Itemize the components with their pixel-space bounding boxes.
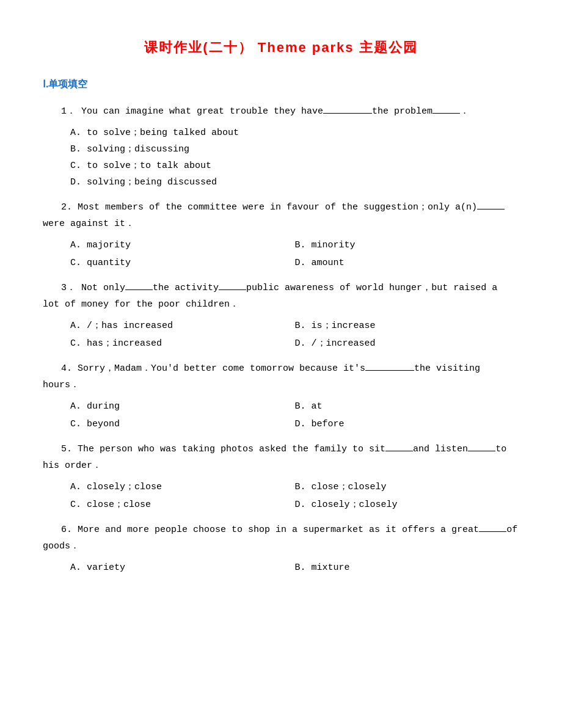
q3-number: 3． bbox=[61, 283, 76, 293]
option-item: D. /；increased bbox=[295, 335, 520, 352]
option-item: B. minority bbox=[295, 237, 520, 253]
question-4-text: 4. Sorry，Madam．You'd better come tomorro… bbox=[43, 360, 519, 393]
q4-body: Sorry，Madam．You'd better come tomorrow b… bbox=[43, 363, 480, 390]
q2-options: A. majority B. minority C. quantity D. a… bbox=[70, 237, 519, 271]
question-5-text: 5. The person who was taking photos aske… bbox=[43, 441, 519, 474]
option-item: C. quantity bbox=[70, 255, 295, 271]
option-item: C. has；increased bbox=[70, 335, 295, 352]
question-2: 2. Most members of the committee were in… bbox=[43, 199, 519, 271]
q3-options: A. /；has increased B. is；increase C. has… bbox=[70, 318, 519, 352]
q6-options: A. variety B. mixture bbox=[70, 559, 519, 576]
q2-body: Most members of the committee were in fa… bbox=[43, 202, 505, 229]
q1-number: 1． bbox=[61, 106, 76, 117]
q2-number: 2. bbox=[61, 202, 78, 213]
option-item: D. amount bbox=[295, 255, 520, 271]
option-item: C. close；close bbox=[70, 497, 295, 513]
q4-options: A. during B. at C. beyond D. before bbox=[70, 398, 519, 432]
question-1-text: 1． You can imagine what great trouble th… bbox=[43, 103, 519, 120]
option-item: B. is；increase bbox=[295, 318, 520, 334]
question-6: 6. More and more people choose to shop i… bbox=[43, 522, 519, 576]
option-item: A. /；has increased bbox=[70, 318, 295, 334]
question-6-text: 6. More and more people choose to shop i… bbox=[43, 522, 519, 555]
question-3-text: 3． Not onlythe activitypublic awareness … bbox=[43, 280, 519, 313]
q5-options: A. closely；close B. close；closely C. clo… bbox=[70, 479, 519, 513]
option-item: D. before bbox=[295, 416, 520, 432]
q4-number: 4. bbox=[61, 363, 78, 374]
option-item: A. closely；close bbox=[70, 479, 295, 495]
section1-title: Ⅰ.单项填空 bbox=[43, 76, 519, 92]
option-item: C. to solve；to talk about bbox=[70, 158, 519, 174]
option-item: D. solving；being discussed bbox=[70, 174, 519, 191]
page-title: 课时作业(二十） Theme parks 主题公园 bbox=[43, 37, 519, 58]
question-1: 1． You can imagine what great trouble th… bbox=[43, 103, 519, 191]
option-item: C. beyond bbox=[70, 416, 295, 432]
option-item: A. to solve；being talked about bbox=[70, 125, 519, 141]
question-2-text: 2. Most members of the committee were in… bbox=[43, 199, 519, 232]
question-4: 4. Sorry，Madam．You'd better come tomorro… bbox=[43, 360, 519, 432]
question-5: 5. The person who was taking photos aske… bbox=[43, 441, 519, 513]
q6-number: 6. bbox=[61, 525, 78, 535]
q3-body: Not onlythe activitypublic awareness of … bbox=[43, 283, 497, 310]
question-3: 3． Not onlythe activitypublic awareness … bbox=[43, 280, 519, 352]
option-item: B. close；closely bbox=[295, 479, 520, 495]
q6-body: More and more people choose to shop in a… bbox=[43, 525, 517, 551]
q1-options: A. to solve；being talked about B. solvin… bbox=[70, 125, 519, 191]
option-item: D. closely；closely bbox=[295, 497, 520, 513]
q5-body: The person who was taking photos asked t… bbox=[43, 444, 506, 471]
option-item: B. at bbox=[295, 398, 520, 415]
option-item: B. mixture bbox=[295, 559, 520, 576]
option-item: A. majority bbox=[70, 237, 295, 253]
option-item: A. variety bbox=[70, 559, 295, 576]
option-item: A. during bbox=[70, 398, 295, 415]
q5-number: 5. bbox=[61, 444, 78, 454]
option-item: B. solving；discussing bbox=[70, 141, 519, 158]
q1-body: You can imagine what great trouble they … bbox=[81, 106, 469, 117]
